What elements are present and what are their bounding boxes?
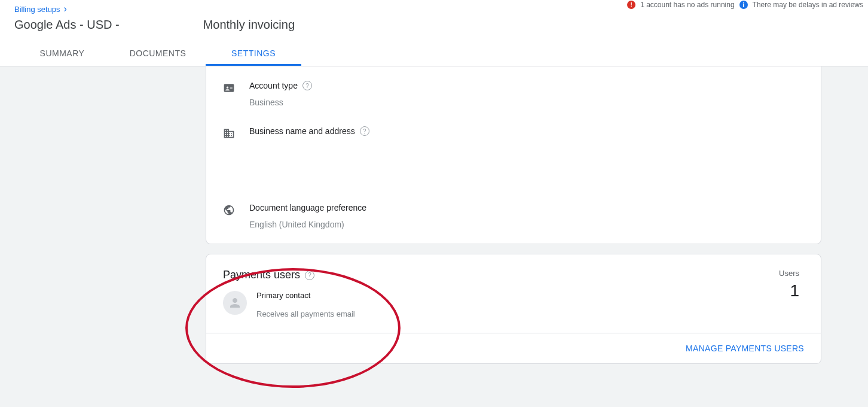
- setting-value: English (United Kingdom): [249, 220, 804, 229]
- breadcrumb-link[interactable]: Billing setups: [14, 5, 60, 14]
- users-label: Users: [779, 269, 799, 278]
- setting-label: Document language preference: [249, 203, 366, 212]
- info-icon: i: [739, 1, 748, 9]
- address-value-placeholder: [249, 136, 804, 184]
- setting-label-row: Account type ?: [249, 81, 804, 90]
- chevron-right-icon: ›: [64, 4, 67, 14]
- contact-label: Primary contact: [256, 291, 355, 300]
- settings-card: Account type ? Business Business name an…: [206, 66, 821, 244]
- payments-title-row: Payments users ?: [223, 269, 355, 281]
- help-icon[interactable]: ?: [360, 126, 369, 136]
- payments-title: Payments users: [223, 269, 300, 281]
- setting-label: Account type: [249, 81, 298, 90]
- contact-info: Primary contact Receives all payments em…: [256, 291, 355, 318]
- tab-summary[interactable]: SUMMARY: [14, 42, 110, 66]
- section-title: Monthly invoicing: [203, 18, 295, 32]
- payments-main: Payments users ? Primary contact Receive…: [206, 254, 821, 333]
- setting-value: Business: [249, 98, 804, 107]
- help-icon[interactable]: ?: [302, 81, 312, 90]
- help-icon[interactable]: ?: [305, 271, 314, 280]
- notification-text-1: 1 account has no ads running: [640, 1, 734, 9]
- setting-content: Document language preference English (Un…: [249, 203, 804, 229]
- setting-label-row: Document language preference: [249, 203, 804, 212]
- globe-icon: [223, 204, 235, 216]
- setting-account-type[interactable]: Account type ? Business: [223, 81, 804, 107]
- tab-documents[interactable]: DOCUMENTS: [110, 42, 206, 66]
- building-icon: [223, 127, 235, 139]
- title-row: Google Ads - USD - Monthly invoicing: [14, 18, 854, 32]
- tabs: SUMMARY DOCUMENTS SETTINGS: [14, 42, 854, 66]
- setting-language[interactable]: Document language preference English (Un…: [223, 203, 804, 229]
- account-icon: [223, 82, 235, 94]
- contact-desc: Receives all payments email: [256, 309, 355, 318]
- notification-text-2: There may be delays in ad reviews: [753, 1, 863, 9]
- payments-right: Users 1: [779, 269, 804, 300]
- payments-left: Payments users ? Primary contact Receive…: [223, 269, 355, 318]
- setting-label: Business name and address: [249, 126, 355, 136]
- setting-content: Business name and address ?: [249, 126, 804, 184]
- setting-business-address[interactable]: Business name and address ?: [223, 126, 804, 184]
- manage-payments-users-button[interactable]: MANAGE PAYMENTS USERS: [686, 344, 804, 353]
- page-title: Google Ads - USD -: [14, 18, 120, 32]
- content-area: Account type ? Business Business name an…: [0, 66, 868, 364]
- error-icon: !: [627, 1, 635, 9]
- primary-contact-row[interactable]: Primary contact Receives all payments em…: [223, 291, 355, 318]
- tab-settings[interactable]: SETTINGS: [206, 42, 301, 66]
- header: ! 1 account has no ads running i There m…: [0, 0, 868, 66]
- setting-content: Account type ? Business: [249, 81, 804, 107]
- avatar: [223, 291, 247, 315]
- setting-label-row: Business name and address ?: [249, 126, 804, 136]
- payments-users-card: Payments users ? Primary contact Receive…: [206, 254, 821, 364]
- notification-bar: ! 1 account has no ads running i There m…: [627, 0, 863, 10]
- users-count: 1: [779, 281, 799, 300]
- payments-footer: MANAGE PAYMENTS USERS: [206, 333, 821, 363]
